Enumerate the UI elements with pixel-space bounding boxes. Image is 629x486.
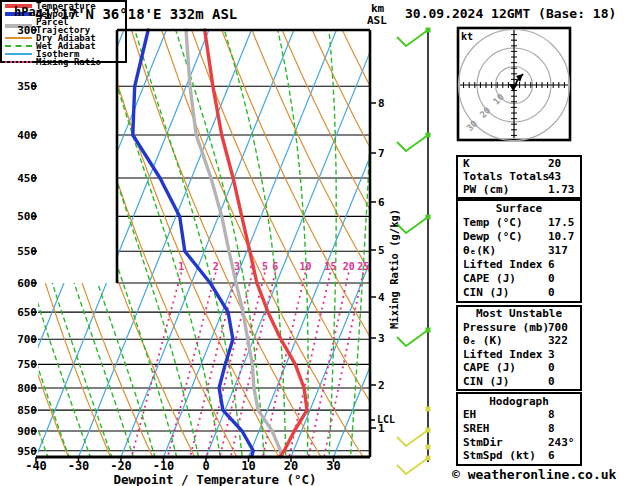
copyright: © weatheronline.co.uk: [452, 467, 616, 482]
index-value: 43: [548, 171, 561, 183]
temp-tick-label: 20: [284, 459, 298, 473]
index-row: CAPE (J)0: [458, 362, 580, 374]
index-label: CIN (J): [463, 375, 509, 388]
temp-tick-label: -40: [25, 459, 47, 473]
index-label: θₑ (K): [463, 334, 503, 347]
index-row: CIN (J)0: [458, 376, 580, 388]
height-axis: 87654321: [370, 97, 385, 435]
pressure-axis-unit: hPa: [14, 5, 36, 19]
index-label: θₑ(K): [463, 244, 496, 257]
index-row: Temp (°C)17.5: [458, 217, 580, 229]
svg-text:20: 20: [343, 261, 355, 272]
index-label: CIN (J): [463, 286, 509, 299]
index-label: K: [463, 157, 470, 170]
wind-barb-dot: [426, 445, 431, 450]
pressure-tick-label: 850: [17, 404, 37, 417]
height-axis-unit-asl: ASL: [367, 14, 387, 27]
index-row: Lifted Index6: [458, 259, 580, 271]
index-label: Lifted Index: [463, 348, 542, 361]
svg-text:25: 25: [357, 261, 369, 272]
wind-barb: [397, 430, 428, 446]
hodograph-box: Hodograph EH8 SREH8 StmDir243° StmSpd (k…: [456, 392, 582, 466]
index-label: Temp (°C): [463, 216, 523, 229]
index-value: 20: [548, 158, 561, 170]
pressure-tick-label: 300: [17, 24, 37, 37]
index-value: 1.73: [548, 184, 575, 196]
index-row: CIN (J)0: [458, 287, 580, 299]
pressure-tick-label: 750: [17, 358, 37, 371]
index-row: Lifted Index3: [458, 349, 580, 361]
wind-barb-dot: [426, 407, 431, 412]
index-label: PW (cm): [463, 183, 509, 196]
sounding-screenshot: 3003504004505005506006507007508008509009…: [0, 0, 629, 486]
km-tick-label: 3: [378, 332, 385, 345]
index-row: θₑ(K)317: [458, 245, 580, 257]
temperature-axis: -40-30-20-100102030: [25, 457, 341, 473]
wind-barb: [397, 217, 428, 233]
temp-tick-label: -30: [68, 459, 90, 473]
pressure-tick-label: 450: [17, 172, 37, 185]
index-row: Pressure (mb)700: [458, 322, 580, 334]
pressure-tick-label: 550: [17, 245, 37, 258]
index-row: EH8: [458, 409, 580, 421]
km-tick-label: 6: [378, 196, 385, 209]
wind-barbs: [397, 28, 431, 475]
wind-barb: [397, 330, 428, 346]
index-value: 0: [548, 273, 555, 285]
index-label: CAPE (J): [463, 272, 516, 285]
station-title: 41°17'N 36°18'E 332m ASL: [35, 6, 237, 22]
surface-box-title: Surface: [458, 203, 580, 215]
temp-tick-label: 30: [326, 459, 340, 473]
pressure-tick-label: 650: [17, 306, 37, 319]
km-tick-label: 2: [378, 379, 385, 392]
surface-box: Surface Temp (°C)17.5 Dewp (°C)10.7 θₑ(K…: [456, 199, 582, 303]
svg-text:6: 6: [272, 261, 278, 272]
svg-text:2: 2: [213, 261, 219, 272]
wind-barb: [397, 458, 428, 474]
svg-text:15: 15: [324, 261, 336, 272]
pressure-tick-label: 500: [17, 210, 37, 223]
most-unstable-box-title: Most Unstable: [458, 308, 580, 320]
hodograph-plot: 102030: [458, 28, 570, 141]
temp-tick-label: 10: [241, 459, 255, 473]
index-row: Totals Totals43: [458, 171, 580, 183]
most-unstable-box: Most Unstable Pressure (mb)700 θₑ (K)322…: [456, 305, 582, 391]
pressure-tick-label: 400: [17, 129, 37, 142]
svg-text:5: 5: [262, 261, 268, 272]
plot-frame: [36, 30, 370, 457]
index-row: PW (cm)1.73: [458, 184, 580, 196]
km-tick-label: 7: [378, 147, 385, 160]
lcl-label: LCL: [377, 414, 395, 425]
wind-barb: [397, 30, 428, 46]
index-label: Lifted Index: [463, 258, 542, 271]
hodograph-unit-label: kt: [461, 31, 473, 42]
index-value: 6: [548, 450, 555, 462]
index-value: 8: [548, 423, 555, 435]
index-value: 17.5: [548, 217, 575, 229]
km-tick-label: 4: [378, 291, 385, 304]
index-value: 243°: [548, 437, 575, 449]
index-label: EH: [463, 408, 476, 421]
index-value: 8: [548, 409, 555, 421]
index-row: CAPE (J)0: [458, 273, 580, 285]
wind-barb: [397, 135, 428, 151]
km-tick-label: 8: [378, 97, 385, 110]
index-label: CAPE (J): [463, 361, 516, 374]
mixing-ratio-axis-caption: Mixing Ratio (g/kg): [388, 209, 400, 329]
datetime-title: 30.09.2024 12GMT (Base: 18): [405, 6, 616, 21]
pressure-tick-label: 800: [17, 382, 37, 395]
pressure-tick-label: 700: [17, 333, 37, 346]
km-tick-label: 5: [378, 244, 385, 257]
index-value: 0: [548, 287, 555, 299]
index-value: 700: [548, 322, 568, 334]
index-value: 3: [548, 349, 555, 361]
index-label: Totals Totals: [463, 170, 549, 183]
index-value: 6: [548, 259, 555, 271]
pressure-tick-label: 950: [17, 445, 37, 458]
index-label: StmSpd (kt): [463, 449, 536, 462]
svg-text:1: 1: [178, 261, 184, 272]
index-row: θₑ (K)322: [458, 335, 580, 347]
pressure-tick-label: 900: [17, 425, 37, 438]
pressure-tick-label: 600: [17, 277, 37, 290]
temp-tick-label: 0: [202, 459, 209, 473]
